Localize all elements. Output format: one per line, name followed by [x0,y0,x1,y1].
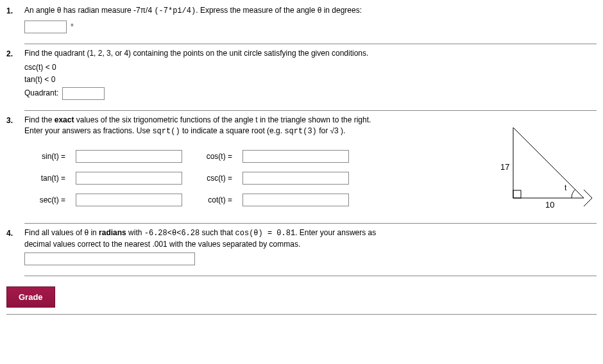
condition-line: csc(t) < 0 [24,62,597,74]
unit-label: ° [71,22,74,31]
text-fragment: . Enter your answers as [295,228,376,237]
content-with-figure: Find the exact values of the six trigono… [24,115,597,213]
problem-body: Find all values of θ in radians with -6.… [24,228,597,276]
answer-row [24,252,597,265]
degree-input[interactable] [24,21,67,33]
cos-label: cos(t) = [191,152,236,161]
fig-hyp-label: 17 [500,162,509,172]
trig-grid: sin(t) = cos(t) = tan(t) = csc(t) = sec(… [24,150,475,206]
cot-input[interactable] [242,194,349,206]
problem-text: Find the quadrant (1, 2, 3, or 4) contai… [24,48,597,59]
text-fragment: values of the six trigonometric function… [74,115,371,124]
problem-4: 4. Find all values of θ in radians with … [6,228,597,276]
fig-angle-label: t [565,183,567,192]
code-fragment: cos(θ) = 0.81 [235,229,296,238]
bottom-divider [6,314,597,315]
cos-input[interactable] [242,150,349,163]
sin-input[interactable] [76,150,182,163]
sec-label: sec(t) = [24,195,69,204]
text-and-inputs: Find the exact values of the six trigono… [24,115,475,206]
svg-marker-0 [513,128,584,198]
problem-body: An angle θ has radian measure -7π/4 (-7*… [24,5,597,44]
condition-line: tan(t) < 0 [24,74,597,86]
tan-input[interactable] [76,172,182,185]
csc-input[interactable] [242,172,349,185]
svg-rect-1 [513,190,521,198]
cot-label: cot(t) = [191,195,236,204]
code-fragment: sqrt(3) [284,127,316,136]
text-fragment: decimal values correct to the nearest .0… [24,240,300,249]
answer-row: ° [24,21,597,33]
quadrant-input[interactable] [62,87,105,100]
text-fragment: Find all values of θ in [24,228,99,237]
problem-2: 2. Find the quadrant (1, 2, 3, or 4) con… [6,48,597,111]
problem-text: Find all values of θ in radians with -6.… [24,228,597,250]
triangle-figure: 17 10 t [500,115,597,213]
text-fragment: Enter your answers as fractions. Use [24,126,152,135]
code-fragment: sqrt() [152,127,180,136]
problem-number: 1. [6,5,24,44]
fig-base-label: 10 [545,200,554,210]
text-fragment: such that [200,228,235,237]
problem-body: Find the exact values of the six trigono… [24,115,597,224]
problem-1: 1. An angle θ has radian measure -7π/4 (… [6,5,597,44]
text-fragment: Find the [24,115,55,124]
code-fragment: (-7*pi/4) [154,6,196,15]
sec-input[interactable] [76,194,182,206]
sin-label: sin(t) = [24,152,69,161]
text-fragment: An angle θ has radian measure -7π/4 [24,6,154,15]
text-bold: radians [99,228,126,237]
text-fragment: for √3 ). [317,126,346,135]
problem-number: 3. [6,115,24,224]
text-fragment: with [126,228,144,237]
csc-label: csc(t) = [191,174,236,183]
quadrant-label: Quadrant: [24,87,58,99]
text-fragment: . Express the measure of the angle θ in … [196,6,362,15]
tan-label: tan(t) = [24,174,69,183]
text-fragment: to indicate a square root (e.g. [180,126,285,135]
problem-number: 4. [6,228,24,276]
problem-text: An angle θ has radian measure -7π/4 (-7*… [24,5,597,17]
quadrant-row: Quadrant: [24,87,597,100]
problem-text: Find the exact values of the six trigono… [24,115,475,137]
text-bold: exact [55,115,74,124]
triangle-svg: 17 10 t [500,121,597,211]
problem-3: 3. Find the exact values of the six trig… [6,115,597,224]
radians-input[interactable] [24,252,195,265]
problem-number: 2. [6,48,24,111]
grade-button[interactable]: Grade [6,286,55,308]
conditions: csc(t) < 0 tan(t) < 0 Quadrant: [24,62,597,100]
code-fragment: -6.28<θ<6.28 [144,229,200,238]
problem-body: Find the quadrant (1, 2, 3, or 4) contai… [24,48,597,111]
